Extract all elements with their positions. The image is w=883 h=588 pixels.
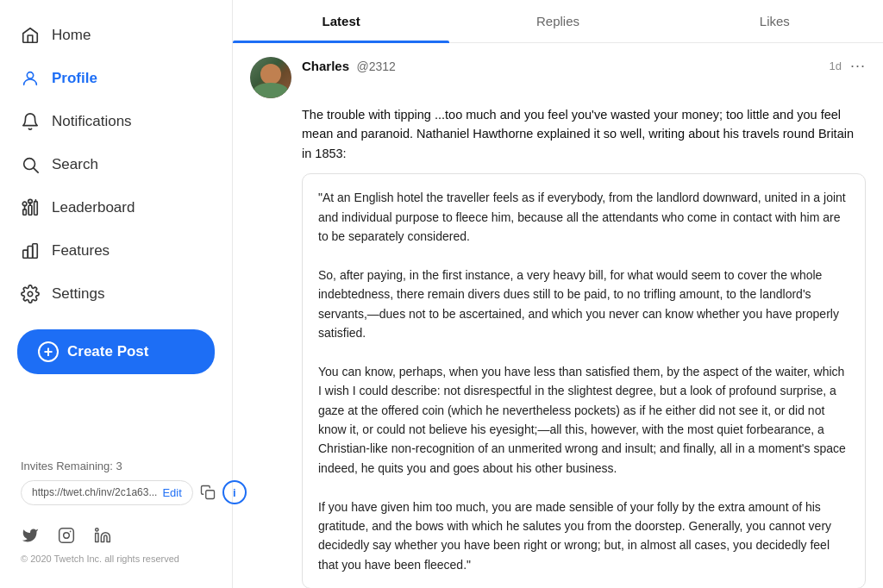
sidebar-item-home[interactable]: Home [0, 14, 232, 57]
sidebar-item-leaderboard-label: Leaderboard [52, 199, 135, 216]
post-quote-block: "At an English hotel the traveller feels… [302, 173, 866, 588]
notifications-icon [21, 112, 40, 131]
post-name-row: Charles @2312 1d ··· [302, 57, 866, 75]
post-time: 1d [830, 59, 842, 72]
svg-rect-5 [34, 202, 38, 216]
svg-rect-10 [28, 247, 33, 259]
post-meta: Charles @2312 1d ··· [302, 57, 866, 75]
invite-link-text: https://twet.ch/inv/2c1a63... [32, 486, 157, 498]
svg-point-18 [96, 529, 98, 531]
invites-section: Invites Remaining: 3 https://twet.ch/inv… [0, 449, 232, 516]
create-post-label: Create Post [67, 343, 148, 360]
svg-rect-11 [33, 244, 38, 259]
sidebar-footer: © 2020 Twetch Inc. all rights reserved [0, 516, 232, 574]
tab-likes[interactable]: Likes [667, 0, 883, 42]
home-icon [21, 26, 40, 45]
sidebar-item-search[interactable]: Search [0, 143, 232, 186]
sidebar-item-features-label: Features [52, 242, 110, 260]
svg-point-7 [28, 199, 33, 203]
sidebar-item-home-label: Home [52, 27, 91, 44]
sidebar-item-search-label: Search [52, 156, 98, 173]
invite-link-box[interactable]: https://twet.ch/inv/2c1a63... Edit [21, 480, 193, 505]
leaderboard-icon [21, 198, 40, 217]
bird-icon[interactable] [21, 526, 40, 545]
features-icon [21, 241, 40, 260]
tab-latest[interactable]: Latest [233, 0, 449, 42]
post-author: Charles @2312 [302, 59, 396, 74]
sidebar-item-settings-label: Settings [52, 285, 104, 303]
post-author-handle: @2312 [356, 59, 395, 73]
main-content: Latest Replies Likes Charles @2312 1d [233, 0, 883, 588]
post-container: Charles @2312 1d ··· The trouble with ti… [233, 43, 883, 588]
social-icons [21, 526, 211, 545]
linkedin-icon[interactable] [93, 526, 112, 545]
post-intro-text: The trouble with tipping ...too much and… [302, 105, 866, 163]
more-options-button[interactable]: ··· [850, 57, 866, 75]
post-quote-text: "At an English hotel the traveller feels… [318, 191, 846, 571]
svg-point-12 [28, 291, 33, 297]
svg-rect-13 [206, 491, 215, 499]
tabs-bar: Latest Replies Likes [233, 0, 883, 43]
profile-icon [21, 69, 40, 88]
settings-icon [21, 285, 40, 303]
sidebar-item-leaderboard[interactable]: Leaderboard [0, 186, 232, 229]
sidebar-nav: Home Profile Notifications [0, 14, 232, 449]
invite-link-row: https://twet.ch/inv/2c1a63... Edit i [21, 479, 211, 505]
svg-point-16 [70, 531, 72, 533]
copyright-text: © 2020 Twetch Inc. all rights reserved [21, 554, 211, 564]
sidebar-item-profile[interactable]: Profile [0, 57, 232, 100]
sidebar: Home Profile Notifications [0, 0, 233, 588]
svg-line-2 [34, 168, 38, 172]
sidebar-item-notifications[interactable]: Notifications [0, 100, 232, 143]
sidebar-item-profile-label: Profile [52, 70, 97, 87]
svg-point-0 [27, 72, 33, 78]
avatar-image [250, 57, 291, 98]
svg-point-15 [64, 533, 70, 539]
post-time-more: 1d ··· [830, 57, 866, 75]
svg-rect-14 [59, 529, 74, 543]
create-post-button[interactable]: + Create Post [17, 329, 215, 374]
plus-circle-icon: + [38, 341, 59, 362]
invite-edit-button[interactable]: Edit [162, 486, 181, 499]
svg-rect-17 [96, 534, 98, 542]
search-icon [21, 155, 40, 174]
tab-replies[interactable]: Replies [449, 0, 666, 42]
instagram-icon[interactable] [57, 526, 76, 545]
sidebar-item-notifications-label: Notifications [52, 113, 132, 130]
svg-rect-9 [23, 250, 28, 258]
post-header: Charles @2312 1d ··· [250, 57, 866, 98]
sidebar-item-features[interactable]: Features [0, 229, 232, 272]
svg-point-6 [22, 202, 27, 206]
invites-remaining-label: Invites Remaining: 3 [21, 460, 211, 472]
sidebar-item-settings[interactable]: Settings [0, 272, 232, 316]
svg-rect-4 [28, 205, 32, 215]
avatar [250, 57, 291, 98]
post-author-name: Charles [302, 59, 349, 73]
copy-icon[interactable] [200, 479, 216, 505]
svg-rect-3 [23, 210, 27, 215]
